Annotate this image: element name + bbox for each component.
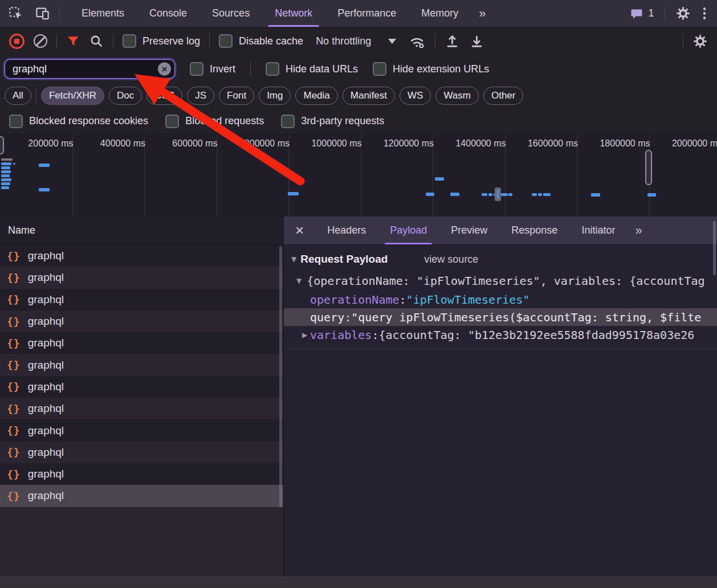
- divider: [435, 34, 435, 48]
- view-source-link[interactable]: view source: [424, 254, 478, 266]
- name-column-header[interactable]: Name: [0, 217, 283, 245]
- issues-indicator[interactable]: 1: [630, 7, 654, 21]
- waterfall-bar: [426, 193, 434, 196]
- clear-filter-icon[interactable]: ×: [158, 63, 171, 76]
- request-row[interactable]: {}graphql: [0, 419, 283, 441]
- request-list-scrollbar[interactable]: [279, 246, 282, 507]
- invert-toggle[interactable]: Invert: [190, 62, 235, 76]
- payload-entry-query[interactable]: query: "query ipFlowTimeseries($accountT…: [284, 308, 717, 326]
- network-overview-timeline[interactable]: 200000 ms400000 ms600000 ms800000 ms1000…: [0, 134, 717, 218]
- chip-js[interactable]: JS: [187, 87, 214, 105]
- close-detail-icon[interactable]: ×: [284, 217, 315, 244]
- hide-extension-urls-toggle[interactable]: Hide extension URLs: [373, 62, 489, 76]
- request-row[interactable]: {}graphql: [0, 398, 283, 419]
- export-har-icon[interactable]: [469, 34, 484, 49]
- detail-tab-preview[interactable]: Preview: [439, 217, 499, 244]
- blocked-requests-toggle[interactable]: Blocked requests: [165, 115, 264, 128]
- chip-all[interactable]: All: [5, 87, 31, 105]
- tab-performance[interactable]: Performance: [325, 0, 409, 27]
- request-name: graphql: [28, 315, 64, 328]
- inspect-element-icon[interactable]: [8, 6, 23, 21]
- chip-other[interactable]: Other: [483, 87, 524, 105]
- request-row[interactable]: {}graphql: [0, 332, 283, 354]
- tab-memory[interactable]: Memory: [409, 0, 471, 27]
- chip-wasm[interactable]: Wasm: [435, 87, 479, 105]
- preserve-log-checkbox[interactable]: [123, 34, 136, 48]
- request-name: graphql: [28, 468, 64, 480]
- waterfall-bar: [1, 174, 10, 177]
- overview-right-handle[interactable]: [645, 150, 652, 185]
- detail-tab-initiator[interactable]: Initiator: [569, 217, 627, 244]
- chip-css[interactable]: CSS: [146, 87, 182, 105]
- request-row[interactable]: {}graphql: [0, 442, 283, 463]
- network-conditions-icon[interactable]: [409, 34, 426, 49]
- waterfall-bar: [450, 193, 459, 196]
- chip-fetch-xhr[interactable]: Fetch/XHR: [41, 87, 104, 105]
- request-row[interactable]: {}graphql: [0, 245, 283, 267]
- json-file-icon: {}: [7, 403, 21, 415]
- settings-gear-icon[interactable]: [675, 6, 691, 21]
- blocked-response-cookies-toggle[interactable]: Blocked response cookies: [9, 115, 148, 128]
- invert-checkbox[interactable]: [190, 62, 203, 76]
- hide-extension-urls-checkbox[interactable]: [373, 62, 386, 76]
- request-row[interactable]: {}graphql: [0, 267, 283, 288]
- hide-data-urls-checkbox[interactable]: [266, 62, 279, 76]
- chip-doc[interactable]: Doc: [109, 87, 142, 105]
- blocked-requests-checkbox[interactable]: [165, 115, 179, 128]
- request-row[interactable]: {}graphql: [0, 376, 283, 398]
- disable-cache-checkbox[interactable]: [219, 34, 233, 48]
- detail-tab-headers[interactable]: Headers: [315, 217, 378, 244]
- filter-icon[interactable]: [66, 34, 80, 48]
- kebab-menu-icon[interactable]: [701, 5, 708, 22]
- request-row[interactable]: {}graphql: [0, 289, 283, 311]
- chip-ws[interactable]: WS: [400, 87, 431, 105]
- more-tabs-icon[interactable]: »: [471, 0, 492, 27]
- clear-network-log-button[interactable]: [34, 34, 47, 48]
- 3rd-party-requests-toggle[interactable]: 3rd-party requests: [281, 115, 384, 128]
- overview-left-handle[interactable]: [0, 136, 4, 154]
- request-name: graphql: [28, 446, 64, 459]
- filter-input[interactable]: graphql ×: [5, 59, 175, 79]
- payload-colon: :: [344, 311, 351, 324]
- request-row[interactable]: {}graphql: [0, 485, 283, 507]
- preserve-log-toggle[interactable]: Preserve log: [123, 34, 200, 48]
- disable-cache-label: Disable cache: [239, 35, 303, 47]
- detail-more-tabs-icon[interactable]: »: [627, 217, 649, 244]
- chip-manifest[interactable]: Manifest: [343, 87, 395, 105]
- detail-tab-payload[interactable]: Payload: [378, 217, 439, 244]
- network-settings-gear-icon[interactable]: [692, 34, 708, 49]
- waterfall-bar: [1, 166, 10, 169]
- device-toolbar-icon[interactable]: [35, 6, 50, 21]
- tab-elements[interactable]: Elements: [69, 0, 137, 27]
- throttling-dropdown[interactable]: No throttling: [316, 35, 396, 47]
- payload-entry-variables[interactable]: ▶variables: {accountTag: "b12e3b2192ee55…: [284, 326, 717, 344]
- import-har-icon[interactable]: [445, 34, 460, 49]
- tab-network[interactable]: Network: [262, 0, 325, 27]
- expand-triangle-icon[interactable]: ▶: [302, 331, 310, 339]
- collapse-triangle-icon[interactable]: ▼: [291, 255, 296, 263]
- chip-font[interactable]: Font: [219, 87, 254, 105]
- chip-media[interactable]: Media: [295, 87, 337, 105]
- detail-tab-response[interactable]: Response: [499, 217, 569, 244]
- request-row[interactable]: {}graphql: [0, 463, 283, 485]
- request-row[interactable]: {}graphql: [0, 311, 283, 332]
- chip-img[interactable]: Img: [259, 87, 291, 105]
- blocked-response-cookies-checkbox[interactable]: [9, 115, 23, 128]
- hide-data-urls-toggle[interactable]: Hide data URLs: [266, 62, 358, 76]
- record-network-log-button[interactable]: [9, 34, 25, 49]
- hide-extension-urls-label: Hide extension URLs: [393, 63, 489, 75]
- search-icon[interactable]: [89, 34, 104, 48]
- payload-summary-row[interactable]: ▼ {operationName: "ipFlowTimeseries", va…: [284, 271, 717, 291]
- payload-entry-operationName[interactable]: operationName: "ipFlowTimeseries": [284, 291, 717, 308]
- tab-console[interactable]: Console: [137, 0, 199, 27]
- payload-view: ▼ Request Payload view source ▼ {operati…: [284, 245, 717, 577]
- waterfall-bar: [482, 193, 487, 196]
- 3rd-party-requests-checkbox[interactable]: [281, 115, 295, 128]
- payload-key: query: [310, 311, 344, 324]
- disable-cache-toggle[interactable]: Disable cache: [219, 34, 303, 48]
- collapse-triangle-icon[interactable]: ▼: [296, 277, 302, 285]
- request-payload-title: Request Payload: [300, 253, 388, 266]
- tab-sources[interactable]: Sources: [199, 0, 262, 27]
- waterfall-bar: [1, 158, 13, 161]
- request-row[interactable]: {}graphql: [0, 354, 283, 375]
